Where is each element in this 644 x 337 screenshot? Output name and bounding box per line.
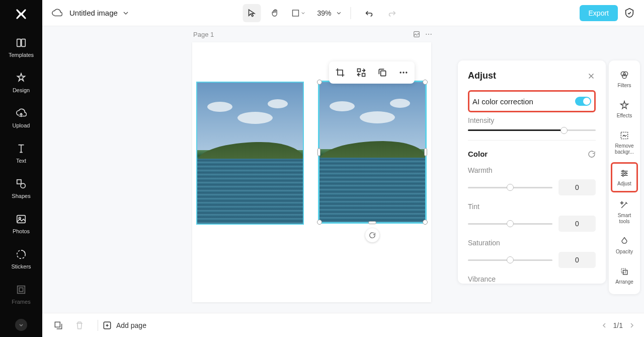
svg-point-20 (406, 72, 407, 73)
rail-adjust[interactable]: Adjust (611, 162, 638, 192)
svg-rect-10 (292, 10, 298, 16)
nav-frames-label: Frames (12, 299, 30, 305)
rail-effects[interactable]: Effects (611, 96, 638, 123)
select-tool[interactable] (243, 4, 261, 22)
floating-toolbar (329, 61, 415, 84)
delete-button[interactable] (72, 318, 87, 332)
svg-rect-30 (55, 322, 60, 327)
saturation-label: Saturation (468, 239, 596, 247)
resize-handle-tr[interactable] (423, 80, 428, 85)
color-section-title: Color (468, 150, 488, 158)
close-button[interactable] (587, 72, 596, 81)
next-page[interactable] (629, 322, 635, 328)
cloud-sync-icon[interactable] (51, 8, 62, 19)
tint-value[interactable]: 0 (558, 216, 596, 232)
rail-filters[interactable]: Filters (611, 65, 638, 93)
nav-shapes[interactable]: Shapes (12, 178, 30, 199)
nav-collapse[interactable] (15, 319, 27, 331)
svg-point-25 (622, 170, 624, 172)
resize-handle-br[interactable] (423, 220, 428, 225)
nav-design-label: Design (13, 87, 30, 93)
rail-remove-bg[interactable]: Remove backgr... (611, 126, 638, 159)
more-button[interactable] (396, 65, 411, 80)
svg-point-19 (403, 72, 404, 73)
svg-rect-9 (19, 288, 23, 292)
rail-opacity[interactable]: Opacity (611, 232, 638, 259)
rotate-handle[interactable] (365, 228, 379, 242)
saturation-value[interactable]: 0 (558, 252, 596, 268)
warmth-slider[interactable] (468, 187, 552, 188)
add-page-button[interactable]: Add page (102, 320, 146, 330)
export-button[interactable]: Export (580, 5, 618, 21)
document-title-text: Untitled image (69, 9, 118, 17)
undo-button[interactable] (360, 4, 378, 22)
tint-slider[interactable] (468, 223, 552, 225)
nav-stickers[interactable]: Stickers (11, 248, 31, 269)
shield-icon[interactable] (624, 8, 635, 19)
svg-point-14 (431, 34, 432, 35)
app-logo[interactable] (13, 6, 29, 22)
prev-page[interactable] (601, 322, 607, 328)
svg-point-27 (622, 175, 624, 176)
divider (468, 140, 596, 141)
svg-rect-2 (22, 39, 25, 47)
nav-frames[interactable]: Frames (12, 284, 30, 305)
zoom-control[interactable]: 39% (317, 9, 341, 17)
more-icon[interactable] (425, 30, 433, 38)
ai-color-highlight: AI color correction (468, 90, 596, 112)
svg-point-13 (428, 34, 429, 35)
nav-photos[interactable]: Photos (13, 213, 30, 234)
ai-toggle-label: AI color correction (472, 97, 533, 106)
image-right-selected[interactable] (318, 81, 427, 224)
rail-smart-tools[interactable]: Smart tools (611, 195, 638, 229)
image-left[interactable] (196, 82, 304, 225)
warmth-value[interactable]: 0 (558, 179, 596, 195)
svg-rect-16 (362, 74, 365, 77)
svg-rect-1 (17, 39, 21, 47)
nav-photos-label: Photos (13, 228, 30, 234)
resize-handle-lm[interactable] (317, 148, 320, 156)
crop-button[interactable] (333, 65, 347, 80)
page-header: Page 1 (193, 30, 433, 38)
resize-handle-rm[interactable] (424, 148, 427, 156)
document-title[interactable]: Untitled image (69, 9, 129, 17)
top-bar: Untitled image 39% Export (42, 0, 644, 26)
hand-tool[interactable] (266, 4, 284, 22)
svg-rect-17 (381, 71, 386, 76)
intensity-slider[interactable] (468, 129, 596, 131)
nav-templates[interactable]: Templates (9, 37, 34, 58)
redo-button[interactable] (383, 4, 401, 22)
tint-label: Tint (468, 203, 596, 211)
page-thumb-icon[interactable] (413, 30, 421, 38)
nav-text-label: Text (16, 158, 26, 164)
ai-toggle[interactable] (575, 97, 591, 106)
nav-upload[interactable]: Upload (13, 107, 30, 128)
frame-tool[interactable] (289, 4, 307, 22)
nav-upload-label: Upload (13, 122, 30, 128)
svg-rect-28 (621, 268, 625, 273)
resize-handle-bm[interactable] (368, 221, 376, 224)
resize-handle-bl[interactable] (317, 220, 322, 225)
svg-rect-5 (17, 216, 26, 223)
nav-design[interactable]: Design (13, 72, 30, 93)
chevron-down-icon (123, 10, 129, 16)
duplicate-button[interactable] (375, 65, 389, 80)
layers-button[interactable] (51, 318, 65, 332)
replace-button[interactable] (354, 65, 368, 80)
svg-point-12 (426, 34, 427, 35)
zoom-value: 39% (317, 9, 331, 17)
page-indicator: 1/1 (613, 321, 623, 329)
svg-rect-29 (623, 271, 627, 275)
rail-arrange[interactable]: Arrange (611, 262, 638, 289)
canvas-area[interactable]: Page 1 (42, 26, 644, 313)
svg-point-26 (625, 172, 626, 174)
nav-text[interactable]: Text (15, 143, 27, 164)
panel-title: Adjust (468, 71, 496, 81)
svg-point-22 (623, 72, 627, 76)
add-page-label: Add page (116, 321, 146, 329)
divider (98, 320, 98, 331)
saturation-slider[interactable] (468, 259, 552, 261)
reset-color-button[interactable] (588, 150, 596, 158)
bottom-bar: Add page 1/1 (42, 313, 644, 337)
resize-handle-tl[interactable] (317, 80, 322, 85)
